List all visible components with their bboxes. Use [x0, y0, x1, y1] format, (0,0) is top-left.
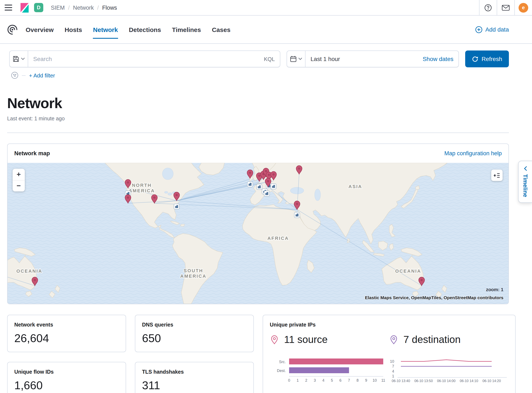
refresh-button[interactable]: Refresh [465, 50, 509, 67]
date-picker: Last 1 hour Show dates [287, 50, 459, 67]
destination-pin-icon [389, 334, 398, 345]
svg-text:4: 4 [392, 369, 394, 373]
stat-title: Unique flow IDs [14, 369, 119, 375]
unique-ip-line-chart: 1074106-10 13:4006-10 13:5006-10 14:0006… [386, 356, 508, 383]
svg-text:06-10 14:20: 06-10 14:20 [482, 379, 501, 383]
date-quick-menu-button[interactable] [287, 51, 306, 67]
chevron-left-icon [524, 166, 527, 171]
timeline-label: Timeline [522, 174, 528, 197]
stat-card-unique-private-ips: Unique private IPs 11 source 7 destinati… [263, 315, 516, 393]
last-event-text: Last event: 1 minute ago [7, 116, 509, 122]
stat-value: 26,604 [14, 332, 119, 345]
time-range-button[interactable]: Last 1 hour [306, 55, 345, 62]
breadcrumb-flows: Flows [102, 5, 117, 11]
unique-ip-bar-chart: Src.Dest.01234567891011 [270, 356, 386, 383]
help-icon [484, 4, 492, 12]
filter-bar: + Add filter [11, 72, 509, 79]
filter-options-button[interactable] [11, 72, 19, 79]
map-config-help-link[interactable]: Map configuration help [444, 150, 502, 157]
breadcrumb-separator: / [68, 5, 70, 11]
avatar: e [518, 3, 528, 12]
stat-title: DNS queries [142, 322, 247, 328]
timeline-flyout-toggle[interactable]: Timeline [518, 161, 532, 203]
stat-card-dns-queries: DNS queries 650 [135, 315, 254, 352]
breadcrumb-network[interactable]: Network [73, 5, 94, 11]
stat-card-network-events: Network events 26,604 [7, 315, 126, 352]
save-icon [13, 55, 19, 62]
calendar-icon [290, 55, 297, 62]
svg-text:9: 9 [365, 378, 367, 383]
stat-value: 311 [142, 379, 247, 392]
add-data-label: Add data [485, 26, 509, 33]
zoom-in-button[interactable]: + [13, 169, 25, 180]
svg-text:NORTHAMERICA: NORTHAMERICA [129, 183, 155, 193]
tab-detections[interactable]: Detections [129, 20, 161, 39]
svg-text:06-10 13:50: 06-10 13:50 [414, 379, 433, 383]
breadcrumb-siem[interactable]: SIEM [51, 5, 65, 11]
stat-card-unique-flow-ids: Unique flow IDs 1,660 [7, 362, 126, 393]
svg-text:8: 8 [357, 378, 359, 383]
stat-title: Network events [14, 322, 119, 328]
kibana-logo-icon [20, 3, 29, 12]
siem-tabs: Overview Hosts Network Detections Timeli… [26, 15, 230, 43]
kql-language-button[interactable]: KQL [259, 56, 280, 62]
svg-text:Src.: Src. [279, 360, 286, 364]
destination-count: 7 destination [403, 334, 460, 345]
svg-text:5: 5 [331, 378, 333, 383]
source-pin-icon [270, 334, 279, 345]
unique-ip-kpis: 11 source 7 destination [270, 334, 508, 345]
kibana-logo[interactable] [20, 3, 29, 12]
space-badge[interactable]: D [34, 3, 43, 12]
tab-timelines[interactable]: Timelines [172, 20, 201, 39]
filter-icon [11, 72, 19, 79]
kpi-cards: Network events 26,604 DNS queries 650 Un… [7, 315, 509, 393]
map-legend-toggle[interactable] [491, 170, 503, 181]
svg-text:6: 6 [339, 378, 341, 383]
kibana-siem-app: D SIEM / Network / Flows e Overview Ho [0, 0, 532, 393]
map-attribution: Elastic Maps Service, OpenMapTiles, Open… [365, 295, 503, 300]
svg-text:4: 4 [322, 378, 324, 383]
network-page: Network Last event: 1 minute ago Network… [0, 95, 532, 393]
notifications-button[interactable] [497, 0, 514, 15]
svg-text:1: 1 [392, 374, 394, 378]
hamburger-icon [5, 5, 12, 10]
svg-text:AFRICA: AFRICA [268, 236, 289, 241]
query-bar: KQL Last 1 hour Show dates Refresh [9, 50, 509, 67]
svg-text:3: 3 [314, 378, 316, 383]
svg-text:0: 0 [288, 378, 290, 383]
plus-circle-icon [475, 26, 482, 33]
stat-value: 650 [142, 332, 247, 345]
search-input[interactable] [28, 55, 259, 62]
network-map-panel: Network map Map configuration help [7, 143, 509, 304]
menu-button[interactable] [0, 0, 17, 15]
siem-app-icon [7, 24, 18, 35]
mail-icon [502, 5, 510, 11]
svg-text:OCEANIA: OCEANIA [395, 268, 421, 274]
help-button[interactable] [479, 0, 497, 15]
tab-hosts[interactable]: Hosts [64, 20, 82, 39]
siem-nav-bar: Overview Hosts Network Detections Timeli… [0, 15, 532, 44]
breadcrumb-separator: / [97, 5, 99, 11]
source-kpi: 11 source [270, 334, 389, 345]
add-filter-link[interactable]: + Add filter [29, 72, 55, 79]
svg-text:SOUTHAMERICA: SOUTHAMERICA [180, 268, 206, 279]
tab-overview[interactable]: Overview [26, 20, 53, 39]
stat-title: Unique private IPs [270, 322, 508, 328]
user-menu-button[interactable]: e [514, 0, 532, 15]
page-title: Network [7, 95, 509, 112]
zoom-out-button[interactable]: − [13, 180, 25, 192]
map-panel-header: Network map Map configuration help [8, 144, 508, 163]
add-data-button[interactable]: Add data [475, 26, 509, 33]
saved-query-menu-button[interactable] [10, 51, 28, 67]
tab-network[interactable]: Network [93, 20, 118, 39]
show-dates-link[interactable]: Show dates [423, 55, 459, 62]
search-bar: KQL [9, 50, 280, 67]
world-map-svg: NORTHAMERICAASIAAFRICASOUTHAMERICAOCEANI… [8, 163, 508, 304]
map-zoom-control: + − [13, 169, 25, 192]
tab-cases[interactable]: Cases [212, 20, 230, 39]
collapse-legend-icon [494, 172, 500, 178]
svg-text:1: 1 [297, 378, 299, 383]
header-actions: e [479, 0, 532, 15]
world-map[interactable]: NORTHAMERICAASIAAFRICASOUTHAMERICAOCEANI… [8, 163, 508, 304]
refresh-icon [472, 56, 478, 62]
